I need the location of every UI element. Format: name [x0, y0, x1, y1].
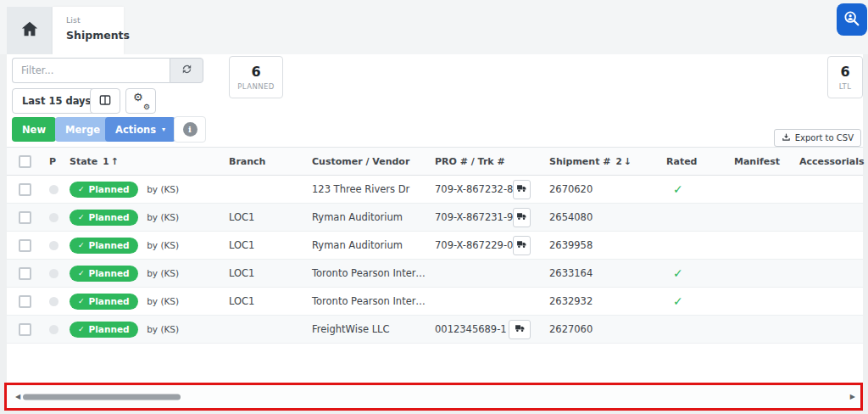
actions-dropdown-button[interactable]: Actions ▾ — [105, 117, 175, 142]
planned-summary-card: 6 PLANNED — [229, 56, 283, 98]
rated-check-icon — [666, 322, 673, 336]
shipments-table: P State1↑ Branch Customer / Vendor PRO #… — [7, 147, 863, 344]
p-status-dot — [49, 297, 58, 306]
sort-order-badge: 2 — [615, 156, 621, 166]
check-icon: ✓ — [78, 325, 85, 333]
settings-button[interactable]: ⚙ ⚙ — [125, 88, 156, 114]
manifest-cell — [729, 260, 794, 288]
header-pro-trk[interactable]: PRO # / Trk # — [430, 148, 544, 176]
planned-by-label: by (KS) — [147, 240, 179, 250]
header-customer-vendor[interactable]: Customer / Vendor — [307, 148, 430, 176]
status-label: Planned — [89, 212, 130, 222]
scrollbar-thumb[interactable] — [23, 394, 181, 400]
check-icon: ✓ — [78, 213, 85, 221]
tab-shipments[interactable]: List Shipments — [53, 7, 124, 54]
shipment-number-cell: 2633164 — [544, 260, 661, 288]
row-checkbox[interactable] — [19, 183, 31, 196]
branch-cell: LOC1 — [224, 260, 307, 288]
refresh-button[interactable] — [170, 58, 203, 83]
status-badge: ✓Planned — [70, 238, 138, 254]
row-checkbox[interactable] — [19, 323, 31, 336]
header-manifest[interactable]: Manifest — [729, 148, 794, 176]
carrier-truck-button[interactable] — [513, 180, 531, 199]
pro-number: 0012345689-1 — [435, 323, 507, 335]
table-row[interactable]: ✓Planned by (KS) LOC1 Toronto Pearson In… — [7, 260, 863, 288]
planned-by-label: by (KS) — [147, 324, 179, 334]
sort-desc-icon: ↓ — [624, 156, 632, 167]
row-checkbox[interactable] — [19, 239, 31, 252]
pro-number: 709-X-867229-0 — [435, 239, 513, 251]
new-button[interactable]: New — [12, 117, 56, 142]
table-row[interactable]: ✓Planned by (KS) LOC1 Toronto Pearson In… — [7, 288, 863, 316]
status-label: Planned — [89, 324, 130, 334]
check-icon: ✓ — [78, 297, 85, 305]
header-shipment[interactable]: Shipment #2↓ — [544, 148, 661, 176]
tab-home[interactable] — [7, 7, 53, 54]
filter-input[interactable] — [12, 58, 170, 83]
table-header-row: P State1↑ Branch Customer / Vendor PRO #… — [7, 148, 863, 176]
scroll-right-arrow-icon[interactable]: ▶ — [850, 394, 855, 400]
p-status-dot — [49, 269, 58, 278]
row-checkbox[interactable] — [19, 267, 31, 280]
select-all-header[interactable] — [7, 148, 44, 176]
carrier-truck-button[interactable] — [513, 208, 531, 227]
merge-button[interactable]: Merge — [55, 117, 110, 142]
table-row[interactable]: ✓Planned by (KS) FreightWise LLC 0012345… — [7, 316, 863, 344]
date-range-label: Last 15 days — [22, 95, 91, 107]
status-badge: ✓Planned — [70, 182, 138, 198]
header-accessorials[interactable]: Accessorials — [794, 148, 863, 176]
customer-vendor-cell: Ryman Auditorium — [307, 232, 430, 260]
rated-check-icon — [666, 238, 673, 252]
header-state[interactable]: State1↑ — [64, 148, 224, 176]
p-status-dot — [49, 241, 58, 250]
columns-toggle-button[interactable] — [90, 88, 120, 114]
manifest-cell — [729, 232, 794, 260]
select-all-checkbox[interactable] — [19, 155, 31, 168]
table-row[interactable]: ✓Planned by (KS) LOC1 Ryman Auditorium 7… — [7, 204, 863, 232]
carrier-truck-button[interactable] — [509, 320, 531, 339]
sort-order-badge: 1 — [103, 156, 108, 166]
carrier-truck-button[interactable] — [513, 236, 531, 255]
row-checkbox[interactable] — [19, 295, 31, 308]
customer-vendor-cell: 123 Three Rivers Dr — [307, 176, 430, 204]
rated-check-icon: ✓ — [666, 182, 683, 196]
customer-vendor-cell: Toronto Pearson Internati… — [307, 288, 430, 316]
ltl-summary-card: 6 LTL — [827, 56, 863, 98]
accessorials-cell — [794, 260, 863, 288]
accessorials-cell — [794, 288, 863, 316]
planned-by-label: by (KS) — [147, 296, 179, 306]
export-to-csv-button[interactable]: Export to CSV — [774, 129, 861, 147]
main-panel: Last 15 days ▾ ⚙ ⚙ New Merge Actions ▾ i — [7, 54, 863, 411]
header-rated[interactable]: Rated — [661, 148, 729, 176]
user-search-icon — [843, 9, 861, 31]
tab-kicker-label: List — [66, 15, 124, 25]
truck-icon — [515, 322, 526, 336]
manifest-cell — [729, 316, 794, 344]
check-icon: ✓ — [78, 241, 85, 249]
row-checkbox[interactable] — [19, 211, 31, 224]
home-icon — [20, 20, 39, 42]
table-row[interactable]: ✓Planned by (KS) LOC1 Ryman Auditorium 7… — [7, 232, 863, 260]
horizontal-scrollbar[interactable]: ◀ ▶ — [7, 385, 860, 408]
info-button[interactable]: i — [174, 116, 206, 143]
branch-cell — [224, 176, 307, 204]
status-label: Planned — [89, 184, 130, 194]
accessorials-cell — [794, 176, 863, 204]
table-row[interactable]: ✓Planned by (KS) 123 Three Rivers Dr 709… — [7, 176, 863, 204]
ltl-label: LTL — [839, 82, 852, 91]
header-branch[interactable]: Branch — [224, 148, 307, 176]
scroll-left-arrow-icon[interactable]: ◀ — [15, 394, 20, 400]
manifest-cell — [729, 288, 794, 316]
info-icon: i — [183, 122, 198, 137]
shipment-number-cell: 2654080 — [544, 204, 661, 232]
accessorials-cell — [794, 232, 863, 260]
tab-title-label: Shipments — [66, 29, 124, 42]
manifest-cell — [729, 204, 794, 232]
annotation-highlight-box: ◀ ▶ — [4, 383, 863, 411]
truck-icon — [516, 182, 527, 196]
gears-icon: ⚙ ⚙ — [133, 93, 148, 109]
tab-strip: List Shipments — [0, 0, 868, 54]
status-badge: ✓Planned — [70, 210, 138, 226]
user-search-button[interactable] — [837, 3, 867, 36]
header-p[interactable]: P — [44, 148, 64, 176]
